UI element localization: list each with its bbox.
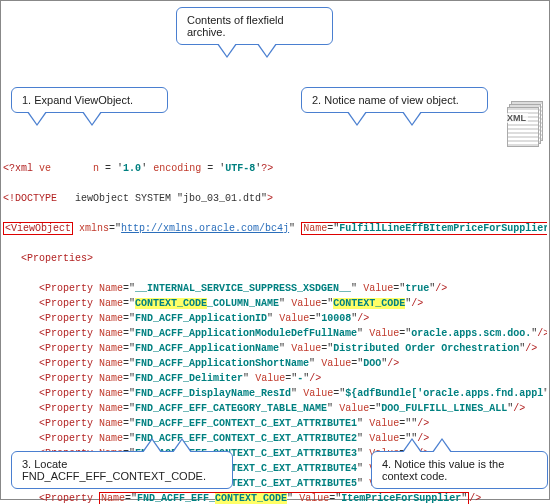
xmlns-url[interactable]: http://xmlns.oracle.com/bc4j: [121, 223, 289, 234]
property-row: <Property Name="FND_ACFF_DisplayName_Res…: [3, 386, 547, 401]
property-row: <Property Name="FND_ACFF_EFF_CONTEXT_C_E…: [3, 416, 547, 431]
xmlns-attr: xmlns: [79, 223, 109, 234]
xml-file-icon: XML: [507, 101, 543, 145]
properties-open: <Properties>: [21, 253, 93, 264]
diagram-container: XML Contents of flexfield archive. 1. Ex…: [0, 0, 550, 500]
callout-4-text: 4. Notice this value is the context code…: [382, 458, 504, 482]
property-row: <Property Name="FND_ACFF_ApplicationModu…: [3, 326, 547, 341]
property-row: <Property Name="FND_ACFF_ApplicationID" …: [3, 311, 547, 326]
callout-top: Contents of flexfield archive.: [176, 7, 333, 45]
callout-4: 4. Notice this value is the context code…: [371, 451, 548, 489]
callout-top-text: Contents of flexfield archive.: [187, 14, 284, 38]
property-row: <Property Name="FND_ACFF_EFF_CONTEXT_COD…: [3, 491, 547, 504]
property-row: <Property Name="__INTERNAL_SERVICE_SUPPR…: [3, 281, 547, 296]
property-row: <Property Name="FND_ACFF_Delimiter" Valu…: [3, 371, 547, 386]
doctype: <!DOCTYPE: [3, 193, 57, 204]
xml-icon-label: XML: [505, 113, 528, 123]
name-attr: Name: [303, 223, 327, 234]
callout-2: 2. Notice name of view object.: [301, 87, 488, 113]
callout-3-text: 3. Locate FND_ACFF_EFF_CONTEXT_CODE.: [22, 458, 206, 482]
property-row: <Property Name="FND_ACFF_ApplicationShor…: [3, 356, 547, 371]
callout-1: 1. Expand ViewObject.: [11, 87, 168, 113]
xml-decl-open: <?xml: [3, 163, 33, 174]
property-row: <Property Name="FND_ACFF_EFF_CATEGORY_TA…: [3, 401, 547, 416]
property-row: <Property Name="FND_ACFF_EFF_CONTEXT_C_E…: [3, 431, 547, 446]
property-row: <Property Name="FND_ACFF_ApplicationName…: [3, 341, 547, 356]
viewobject-name-value: FulfillLineEffBItemPriceForSuppliers: [339, 223, 547, 234]
viewobject-open-tag: <ViewObject: [5, 223, 71, 234]
property-row: <Property Name="CONTEXT_CODE_COLUMN_NAME…: [3, 296, 547, 311]
callout-1-text: 1. Expand ViewObject.: [22, 94, 133, 106]
callout-3: 3. Locate FND_ACFF_EFF_CONTEXT_CODE.: [11, 451, 233, 489]
callout-2-text: 2. Notice name of view object.: [312, 94, 459, 106]
